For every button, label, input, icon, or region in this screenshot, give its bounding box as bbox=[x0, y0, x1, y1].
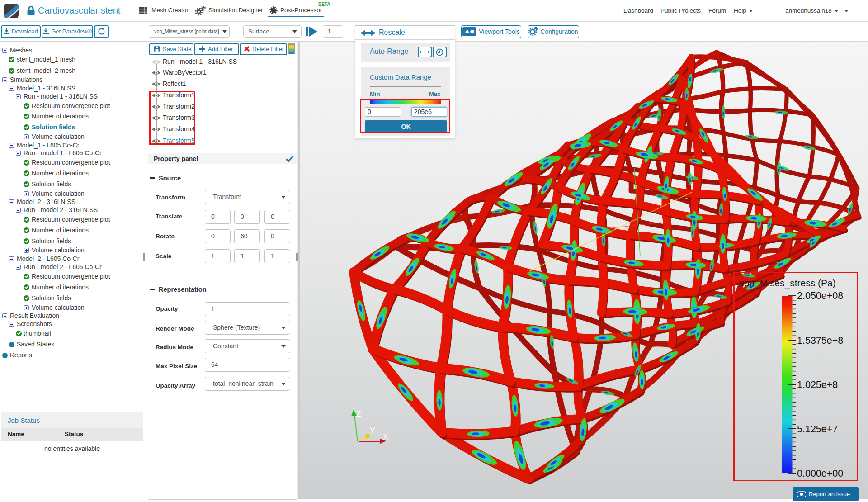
svg-text:X: X bbox=[383, 432, 388, 441]
svg-text:Z: Z bbox=[356, 409, 361, 418]
svg-text:Y: Y bbox=[370, 426, 375, 435]
